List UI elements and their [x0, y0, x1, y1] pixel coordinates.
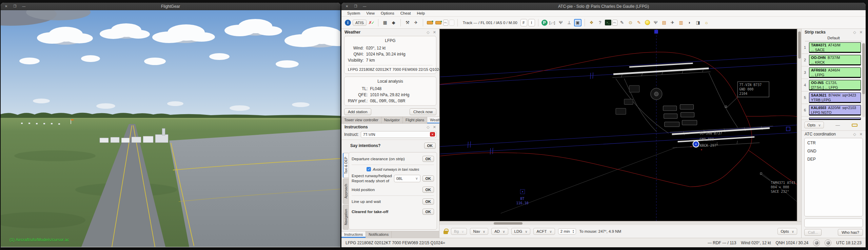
close-panel-icon[interactable]: ✕: [433, 125, 436, 129]
flightgear-3d-view[interactable]: (1) Aircraft/ufo/Models/cursor.ac: [1, 10, 340, 247]
float-panel-icon[interactable]: ◇: [427, 125, 429, 129]
departure-clearance-ok-button[interactable]: OK: [422, 156, 434, 162]
flight-strip-kal6503[interactable]: KAL6503 A320/M sq=2103 LFPG NGTO: [809, 105, 861, 116]
atc-unit-ctr[interactable]: CTR: [807, 141, 860, 145]
flight-strip-oo-ohn[interactable]: OO-OHN B737/M ... KRCK: [809, 55, 861, 65]
ldg-dropdown[interactable]: LDG∨: [511, 228, 531, 235]
atis-update-icon[interactable]: ✗✓: [368, 19, 375, 26]
menu-help[interactable]: Help: [414, 11, 428, 16]
radio-settings-icon[interactable]: ◨: [694, 19, 702, 26]
acft-dropdown[interactable]: ACFT∨: [533, 228, 555, 235]
ptt-indicator-button[interactable]: [813, 239, 820, 246]
flight-strip-oo-ins[interactable]: OO-INS C172/L [27:54↓] ... LFPG: [809, 80, 861, 90]
float-panel-icon[interactable]: ◇: [427, 30, 429, 35]
radio-message-input[interactable]: [804, 218, 863, 227]
tab-notifications[interactable]: Notifications: [366, 231, 392, 238]
rack-opts-dropdown[interactable]: Opts∨: [804, 122, 824, 128]
strip-racks-view-icon[interactable]: ▤: [660, 19, 668, 26]
nav-dropdown[interactable]: Nav∨: [470, 228, 488, 235]
collapse-rack-icon[interactable]: —: [832, 123, 843, 128]
check-now-button[interactable]: Check now: [410, 108, 436, 115]
flight-strip-tam4371[interactable]: TAM4371 AT43/M ... SACE: [809, 42, 861, 53]
teleport-aircraft-icon[interactable]: ✈: [412, 19, 420, 26]
close-icon[interactable]: ✕: [346, 5, 348, 8]
say-intentions-ok-button[interactable]: OK: [424, 143, 436, 149]
tab-approach[interactable]: Approach: [343, 179, 349, 204]
radar-vertical-scrollbar[interactable]: [797, 29, 801, 221]
menu-view[interactable]: View: [363, 11, 378, 16]
flight-strip-afr6563[interactable]: AFR6563 A346/H ... LFPG: [809, 67, 861, 78]
close-panel-icon[interactable]: ✕: [860, 30, 863, 35]
clear-input-icon[interactable]: ✕: [430, 132, 435, 137]
radar-opts-dropdown[interactable]: Opts∨: [777, 228, 797, 235]
speed-vector-spinner[interactable]: 2 min ▴▾: [558, 228, 576, 234]
radio-direction-finder-icon[interactable]: Ψ: [557, 19, 565, 26]
tab-navigation[interactable]: Navigation: [343, 205, 349, 230]
calculator-icon[interactable]: ▦: [381, 19, 389, 26]
fgcom-terminal-icon[interactable]: >_: [605, 20, 611, 25]
notifications-light-icon[interactable]: [645, 20, 650, 25]
radar-display[interactable]: BT 116.10 7T-VIN B737 GND 000 2104: [439, 29, 797, 221]
hold-position-ok-button[interactable]: OK: [422, 187, 434, 193]
runway-incursion-icon[interactable]: ⊥: [566, 19, 573, 26]
atis-button[interactable]: ATIS: [353, 20, 367, 26]
tab-flight-plans[interactable]: Flight plans: [403, 117, 427, 123]
spinner-arrows-icon[interactable]: ▴▾: [573, 229, 574, 233]
info-icon[interactable]: i: [345, 20, 351, 26]
antenna-icon[interactable]: Ψ: [652, 19, 659, 26]
tab-instructions[interactable]: Instructions: [341, 231, 366, 238]
runway-select[interactable]: 08L ∨: [394, 175, 420, 182]
atc-unit-dep[interactable]: DEP: [807, 157, 860, 162]
cleared-takeoff-ok-button[interactable]: OK: [422, 209, 434, 215]
cpdlc-query-icon[interactable]: ?: [596, 19, 604, 26]
tab-tower-view-controller[interactable]: Tower view controller: [341, 117, 381, 123]
handover-icon[interactable]: ❖: [588, 19, 595, 26]
menu-options[interactable]: Options: [378, 11, 397, 16]
new-flight-plan-icon[interactable]: FPL: [443, 20, 448, 26]
expect-runway-ok-button[interactable]: OK: [422, 175, 434, 182]
tab-taxi-dep[interactable]: Taxi & DEP: [343, 153, 349, 178]
radio-indicator-button[interactable]: [825, 239, 831, 246]
chat-history-icon[interactable]: ◗: [686, 19, 693, 26]
maximize-icon[interactable]: ❒: [354, 5, 357, 8]
new-strip-icon[interactable]: ▸: [427, 21, 433, 24]
parking-positions-icon[interactable]: P: [541, 20, 548, 26]
new-rack-strip-icon[interactable]: [852, 124, 857, 127]
avoid-runways-checkbox[interactable]: ✓: [367, 167, 371, 171]
weather-icon[interactable]: ☼: [703, 19, 710, 26]
navaid-north-icon[interactable]: [654, 30, 658, 34]
flightgear-titlebar[interactable]: ✕ ❒ — FlightGear: [1, 3, 340, 10]
runway-box-icon[interactable]: ▥: [677, 19, 685, 26]
f-toggle-button[interactable]: F: [520, 19, 527, 26]
maximize-icon[interactable]: ❒: [13, 5, 16, 8]
rack-scrollbar[interactable]: [862, 43, 865, 117]
tools-icon[interactable]: ⚒: [404, 19, 411, 26]
flight-strip-saa3621[interactable]: SAA3621 B744/H sq=3423 YTRB LFPG: [809, 92, 861, 103]
atc-coordination-list[interactable]: CTR GND DEP: [804, 138, 863, 216]
tower-view-icon[interactable]: ▣: [574, 19, 581, 26]
menu-cheat[interactable]: Cheat: [397, 11, 414, 16]
float-panel-icon[interactable]: ◇: [853, 132, 856, 137]
tab-navigator[interactable]: Navigator: [381, 117, 403, 123]
aircraft-list-icon[interactable]: ✈: [669, 19, 676, 26]
who-has-button[interactable]: Who has?: [838, 229, 863, 236]
menu-system[interactable]: System: [344, 11, 363, 16]
lock-icon[interactable]: [443, 231, 448, 234]
runway-occupation-icon[interactable]: [↓↑]: [549, 19, 556, 26]
close-panel-icon[interactable]: ✕: [433, 30, 436, 35]
minimize-icon[interactable]: —: [22, 5, 25, 8]
radar-horizontal-scrollbar[interactable]: [439, 221, 801, 225]
minimize-icon[interactable]: —: [363, 5, 366, 8]
world-clock-icon[interactable]: ⊙: [627, 19, 634, 26]
text-chat-edit-icon[interactable]: ✎: [618, 19, 626, 26]
ad-dropdown[interactable]: AD∨: [491, 228, 508, 235]
atcpie-titlebar[interactable]: ✕ ❒ — ATC-pie - Solo @ Paris Charles De …: [341, 3, 866, 10]
flight-plans-icon[interactable]: FPL: [612, 20, 617, 26]
close-panel-icon[interactable]: ✕: [860, 132, 863, 137]
i-toggle-button[interactable]: I: [528, 19, 535, 26]
float-panel-icon[interactable]: ◇: [853, 30, 856, 35]
rack-tab-default[interactable]: Default: [805, 35, 862, 41]
add-station-button[interactable]: Add station: [344, 108, 371, 115]
notepad-icon[interactable]: ✎: [635, 19, 643, 26]
atc-unit-gnd[interactable]: GND: [807, 149, 860, 153]
